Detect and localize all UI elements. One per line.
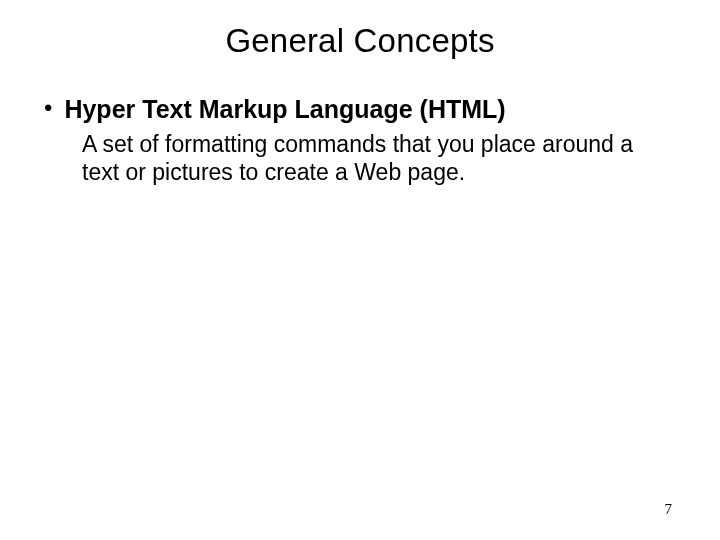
bullet-description: A set of formatting commands that you pl… — [82, 130, 642, 186]
bullet-heading: Hyper Text Markup Language (HTML) — [64, 94, 505, 124]
slide-title: General Concepts — [40, 22, 680, 60]
bullet-item: • Hyper Text Markup Language (HTML) — [44, 94, 680, 124]
slide: General Concepts • Hyper Text Markup Lan… — [0, 0, 720, 540]
bullet-dot-icon: • — [44, 94, 52, 122]
page-number: 7 — [665, 501, 673, 518]
slide-content: • Hyper Text Markup Language (HTML) A se… — [44, 94, 680, 186]
